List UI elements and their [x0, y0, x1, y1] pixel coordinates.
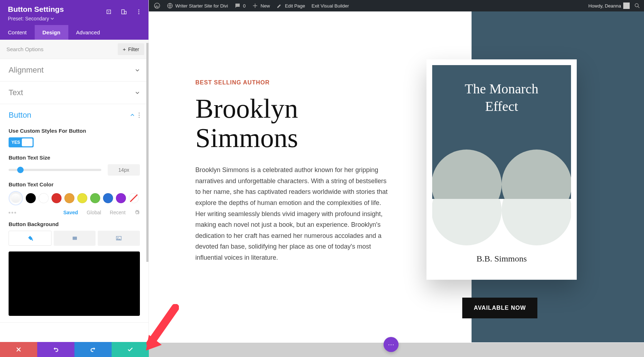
avatar — [623, 3, 630, 9]
new-label: New — [260, 3, 270, 9]
filter-button[interactable]: +Filter — [118, 43, 144, 55]
svg-point-11 — [138, 114, 140, 116]
tab-content[interactable]: Content — [0, 25, 35, 40]
page-canvas: BEST SELLING AUTHOR Brooklyn Simmons Bro… — [149, 11, 644, 357]
swatch-black[interactable] — [26, 193, 36, 203]
palette-saved[interactable]: Saved — [63, 210, 78, 215]
svg-point-2 — [635, 4, 638, 7]
swatch-yellow[interactable] — [77, 193, 87, 203]
swatch-purple[interactable] — [116, 193, 126, 203]
text-color-label: Button Text Color — [9, 181, 140, 187]
text-title: Text — [9, 88, 23, 97]
swatch-current[interactable] — [9, 191, 23, 205]
slider-thumb[interactable] — [17, 167, 24, 173]
book-petal — [502, 199, 571, 245]
wp-logo[interactable] — [154, 3, 160, 9]
swatch-green[interactable] — [90, 193, 100, 203]
hero-name: Brooklyn Simmons — [195, 94, 389, 152]
toggle-text: YES — [11, 140, 20, 145]
responsive-icon[interactable] — [121, 9, 127, 16]
settings-tabs: Content Design Advanced — [0, 25, 148, 40]
search-input[interactable] — [4, 43, 115, 55]
howdy-text: Howdy, Deanna — [588, 3, 621, 9]
redo-button[interactable] — [74, 342, 112, 357]
button-title: Button — [9, 111, 31, 120]
section-more-icon[interactable] — [138, 112, 140, 118]
bg-image-tab[interactable] — [98, 231, 140, 246]
more-icon[interactable] — [136, 9, 142, 16]
exit-vb-label: Exit Visual Builder — [312, 3, 349, 9]
panel-header: Button Settings Preset: Secondary — [0, 0, 148, 25]
swatch-red[interactable] — [52, 193, 62, 203]
settings-sidebar: Button Settings Preset: Secondary Conten… — [0, 0, 149, 349]
svg-point-8 — [138, 11, 140, 13]
search-row: +Filter — [0, 40, 148, 59]
svg-rect-5 — [122, 10, 125, 14]
book-title: The MonarchEffect — [432, 65, 571, 116]
hero-text-block: BEST SELLING AUTHOR Brooklyn Simmons Bro… — [195, 79, 389, 263]
tab-design[interactable]: Design — [35, 25, 68, 40]
book-petal — [432, 150, 502, 199]
palette-more-icon[interactable] — [9, 212, 16, 214]
hero-body: Brooklyn Simmons is a celebrated author … — [195, 165, 389, 263]
section-alignment-header[interactable]: Alignment — [0, 59, 148, 81]
panel-footer — [0, 342, 149, 357]
swatch-white[interactable] — [39, 193, 49, 203]
swatch-none[interactable] — [129, 193, 139, 203]
svg-point-10 — [138, 112, 140, 113]
gear-icon[interactable] — [134, 210, 140, 215]
use-custom-toggle[interactable]: YES — [9, 137, 34, 147]
section-text-header[interactable]: Text — [0, 82, 148, 104]
annotation-arrow — [143, 304, 179, 352]
use-custom-label: Use Custom Styles For Button — [9, 128, 140, 134]
toggle-knob — [22, 138, 33, 146]
edit-page-label: Edit Page — [285, 3, 305, 9]
book-petal — [502, 150, 571, 199]
preset-selector[interactable]: Preset: Secondary — [8, 16, 141, 21]
text-size-label: Button Text Size — [9, 155, 140, 161]
text-size-slider[interactable] — [9, 169, 101, 171]
site-name-link[interactable]: Writer Starter Site for Divi — [167, 3, 228, 9]
svg-rect-13 — [73, 237, 77, 240]
palette-global[interactable]: Global — [87, 210, 101, 215]
background-preview[interactable] — [9, 251, 140, 316]
svg-point-15 — [117, 237, 118, 238]
tab-advanced[interactable]: Advanced — [68, 25, 108, 40]
palette-recent[interactable]: Recent — [110, 210, 126, 215]
builder-fab[interactable]: ⋯ — [384, 337, 399, 352]
svg-point-12 — [138, 117, 140, 118]
text-color-swatches — [9, 191, 140, 205]
cancel-button[interactable] — [0, 342, 37, 357]
chevron-down-icon — [135, 68, 140, 73]
background-tabs — [9, 231, 140, 246]
section-text: Text — [0, 82, 148, 104]
comments-link[interactable]: 0 — [234, 3, 245, 9]
cta-button[interactable]: AVAILABLE NOW — [462, 298, 537, 318]
svg-point-4 — [108, 11, 109, 13]
exit-vb-link[interactable]: Exit Visual Builder — [312, 3, 349, 9]
comments-count: 0 — [243, 3, 245, 9]
search-icon[interactable] — [634, 3, 640, 9]
site-name-text: Writer Starter Site for Divi — [175, 3, 228, 9]
bg-gradient-tab[interactable] — [54, 231, 96, 246]
edit-page-link[interactable]: Edit Page — [276, 3, 305, 9]
new-link[interactable]: New — [252, 3, 270, 9]
svg-point-7 — [138, 9, 140, 10]
section-button-header[interactable]: Button — [0, 104, 148, 126]
bg-color-tab[interactable] — [9, 231, 52, 246]
wp-admin-bar: Writer Starter Site for Divi 0 New Edit … — [149, 0, 644, 11]
howdy-user[interactable]: Howdy, Deanna — [588, 3, 630, 9]
book-cover: The MonarchEffect B.B. Simmons — [426, 59, 577, 280]
section-alignment: Alignment — [0, 59, 148, 82]
section-button: Button Use Custom Styles For Button YES … — [0, 104, 148, 323]
swatch-orange[interactable] — [64, 193, 74, 203]
undo-button[interactable] — [37, 342, 74, 357]
background-label: Button Background — [9, 221, 140, 227]
book-petal — [432, 199, 502, 245]
swatch-blue[interactable] — [103, 193, 113, 203]
svg-point-9 — [138, 13, 140, 14]
eyebrow-text: BEST SELLING AUTHOR — [195, 79, 389, 86]
expand-icon[interactable] — [106, 9, 112, 16]
sidebar-scrollbar[interactable] — [146, 43, 148, 262]
text-size-value[interactable]: 14px — [108, 164, 140, 176]
